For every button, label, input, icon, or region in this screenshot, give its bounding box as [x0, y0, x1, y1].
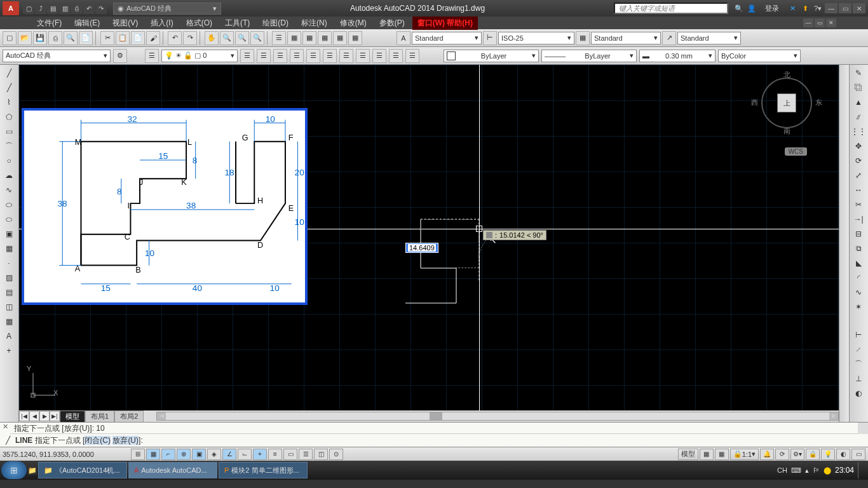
revcloud-tool[interactable]: ☁: [1, 168, 17, 182]
modelspace-button[interactable]: 模型: [678, 449, 698, 460]
am-toggle[interactable]: ⊙: [329, 449, 343, 460]
dimord-tool[interactable]: ⊥: [851, 372, 866, 386]
layer-on-btn[interactable]: ☰: [372, 49, 386, 63]
plot-btn[interactable]: ⎙: [48, 31, 62, 45]
menu-parametric[interactable]: 参数(P): [374, 17, 410, 30]
flag-icon[interactable]: 🏳: [813, 466, 820, 474]
clean-screen[interactable]: ▭: [851, 449, 865, 460]
text-style-dropdown[interactable]: Standard▾: [412, 32, 482, 44]
tab-last[interactable]: ▶|: [50, 411, 60, 421]
plot-icon[interactable]: ⎙: [71, 3, 83, 14]
doc-minimize[interactable]: —: [803, 18, 813, 27]
save-icon[interactable]: ▤: [47, 3, 58, 14]
tpy-toggle[interactable]: ▭: [283, 449, 297, 460]
layer-del-btn[interactable]: ☰: [405, 49, 419, 63]
new-icon[interactable]: ▢: [23, 3, 34, 14]
viewcube-south[interactable]: 南: [783, 126, 790, 136]
horizontal-scrollbar[interactable]: ◀ ▶: [156, 412, 839, 421]
show-desktop[interactable]: [858, 462, 863, 478]
copy-tool[interactable]: ⿻: [851, 81, 866, 95]
dim-style-dropdown[interactable]: ISO-25▾: [498, 32, 574, 44]
layer-freeze-btn[interactable]: ☰: [323, 49, 337, 63]
notification-icon[interactable]: ⬤: [824, 466, 831, 475]
tab-layout2[interactable]: 布局2: [114, 410, 144, 423]
xline-tool[interactable]: ╱: [1, 81, 17, 95]
mleader-icon[interactable]: ↗: [662, 31, 676, 45]
redo-icon[interactable]: ↷: [95, 3, 107, 14]
copy-btn[interactable]: 📋: [116, 31, 130, 45]
arc-tool[interactable]: ⌒: [1, 139, 17, 153]
command-line[interactable]: ╱ LINE 指定下一点或 [闭合(C) 放弃(U)]:: [0, 434, 868, 447]
ellipse-tool[interactable]: ⬭: [1, 198, 17, 212]
viewcube-east[interactable]: 东: [815, 98, 822, 107]
menu-dimension[interactable]: 标注(N): [296, 17, 332, 30]
mleader-style-dropdown[interactable]: Standard▾: [677, 32, 741, 44]
mtext-tool[interactable]: A: [1, 329, 17, 343]
ws-switch[interactable]: ⚙▾: [790, 449, 804, 460]
3dosnap-toggle[interactable]: ◈: [207, 449, 221, 460]
isolate-objects[interactable]: ◐: [836, 449, 850, 460]
cmd-close-icon[interactable]: ✕: [0, 423, 10, 434]
maximize-button[interactable]: ▭: [839, 3, 851, 13]
fillet-tool[interactable]: ◜: [851, 271, 866, 285]
snap-toggle[interactable]: ⊞: [131, 449, 145, 460]
minimize-button[interactable]: —: [825, 3, 837, 13]
undo-btn[interactable]: ↶: [168, 31, 182, 45]
cut-btn[interactable]: ✂: [100, 31, 114, 45]
zoom-btn[interactable]: 🔍: [220, 31, 234, 45]
cmd-option-undo[interactable]: 放弃(U): [112, 436, 139, 445]
circle-tool[interactable]: ○: [1, 154, 17, 168]
rectangle-tool[interactable]: ▭: [1, 125, 17, 139]
region-tool[interactable]: ◫: [1, 300, 17, 314]
coordinates[interactable]: 3575.1240, 911.9353, 0.0000: [3, 451, 130, 458]
table-tool[interactable]: ▦: [1, 315, 17, 329]
layer-match-btn[interactable]: ☰: [273, 49, 287, 63]
lwt-toggle[interactable]: ≡: [268, 449, 282, 460]
polygon-tool[interactable]: ⬠: [1, 110, 17, 124]
match-btn[interactable]: 🖌: [146, 31, 160, 45]
explode-tool[interactable]: ✶: [851, 300, 866, 314]
viewcube-west[interactable]: 西: [751, 98, 758, 107]
mirror-tool[interactable]: ▲: [851, 95, 866, 109]
undo-icon[interactable]: ↶: [83, 3, 95, 14]
lang-indicator[interactable]: CH: [777, 466, 787, 474]
trim-tool[interactable]: ✂: [851, 198, 866, 212]
sc-toggle[interactable]: ◫: [314, 449, 328, 460]
table-style-dropdown[interactable]: Standard▾: [591, 32, 661, 44]
layer-dropdown[interactable]: 💡 ☀ 🔓 ▢ 0▾: [161, 50, 238, 62]
erase-tool[interactable]: ✎: [851, 66, 866, 80]
blend-tool[interactable]: ∿: [851, 285, 866, 299]
hardware-accel[interactable]: 💡: [821, 449, 835, 460]
zoomwin-btn[interactable]: 🔍: [250, 31, 264, 45]
layer-state-btn[interactable]: ☰: [290, 49, 304, 63]
dimlin-tool[interactable]: ⊢: [851, 328, 866, 342]
qcalc-btn[interactable]: ▦: [348, 31, 362, 45]
move-tool[interactable]: ✥: [851, 139, 866, 153]
menu-tools[interactable]: 工具(T): [220, 17, 255, 30]
workspace-dd2[interactable]: AutoCAD 经典▾: [3, 50, 111, 62]
tab-layout1[interactable]: 布局1: [85, 410, 114, 423]
wcs-badge[interactable]: WCS: [785, 147, 807, 156]
pan-btn[interactable]: ✋: [205, 31, 219, 45]
workspace-dropdown[interactable]: ◉AutoCAD 经典▾: [113, 3, 221, 15]
line-tool[interactable]: ╱: [1, 66, 17, 80]
stayconnected-icon[interactable]: ⬆: [799, 3, 811, 14]
stretch-tool[interactable]: ↔: [851, 183, 866, 197]
offset-tool[interactable]: ⫽: [851, 110, 866, 124]
infocenter-icon[interactable]: 🔍: [733, 3, 745, 14]
open-icon[interactable]: ⤴: [35, 3, 46, 14]
quickview-drawings[interactable]: ▦: [715, 449, 729, 460]
grid-toggle[interactable]: ▦: [146, 449, 160, 460]
layer-off-btn[interactable]: ☰: [356, 49, 370, 63]
dynamic-length-input[interactable]: 14.6409: [405, 243, 438, 253]
save-btn[interactable]: 💾: [33, 31, 47, 45]
ellipsearc-tool[interactable]: ⬭: [1, 212, 17, 226]
search-input[interactable]: [614, 3, 728, 14]
cmd-scrollbar[interactable]: [858, 423, 868, 434]
menu-edit[interactable]: 编辑(E): [69, 17, 105, 30]
tray-expand-icon[interactable]: ▴: [805, 466, 809, 475]
markup-btn[interactable]: ▦: [333, 31, 347, 45]
props-btn[interactable]: ☰: [272, 31, 286, 45]
layer-props-btn[interactable]: ☰: [145, 49, 159, 63]
qp-toggle[interactable]: ☰: [299, 449, 313, 460]
